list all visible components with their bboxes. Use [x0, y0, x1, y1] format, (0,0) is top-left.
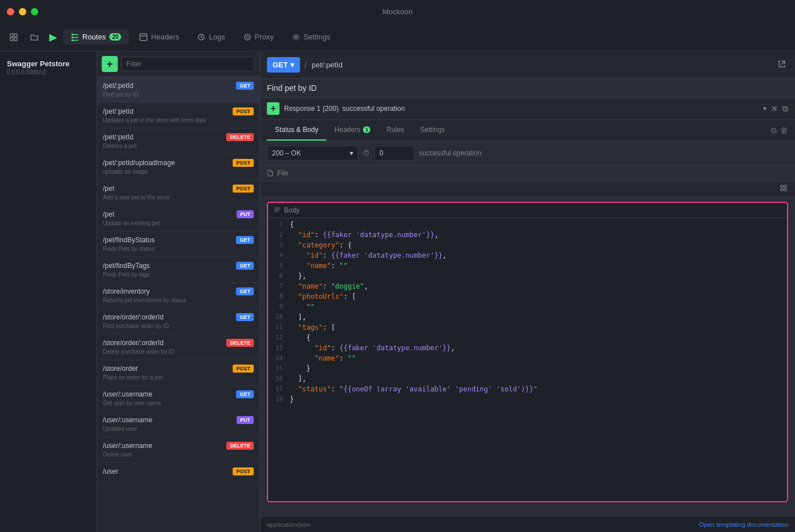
open-url-button[interactable] — [776, 58, 788, 72]
code-line: 10 ], — [268, 313, 787, 323]
code-line: 11 "tags": [ — [268, 323, 787, 334]
line-content: } — [290, 395, 782, 406]
tab-rules[interactable]: Rules — [378, 120, 412, 141]
svg-rect-19 — [784, 189, 786, 191]
svg-rect-5 — [71, 37, 73, 38]
route-item[interactable]: /user/:username GET Get user by user nam… — [97, 386, 259, 411]
route-item[interactable]: /pet POST Add a new pet to the store — [97, 180, 259, 206]
filter-input[interactable] — [121, 57, 255, 71]
response-dropdown-button[interactable]: ▾ — [763, 105, 766, 113]
svg-rect-16 — [781, 185, 783, 187]
route-path: /pet/:petId/uploadImage — [103, 159, 175, 167]
nav-tab-logs[interactable]: Logs — [189, 29, 233, 45]
format-button[interactable] — [779, 183, 788, 194]
route-method-badge: DELETE — [226, 442, 254, 450]
response-bar: + Response 1 (200) successful operation … — [260, 98, 795, 120]
code-line: 3 "category": { — [268, 241, 787, 251]
route-item[interactable]: /store/inventory GET Returns pet invento… — [97, 283, 259, 309]
route-item[interactable]: /pet/:petId DELETE Deletes a pet — [97, 129, 259, 154]
tab-headers-label: Headers — [334, 126, 360, 134]
routes-badge: 20 — [109, 33, 121, 41]
sub-tabs: Status & Body Headers 1 Rules Settings ⧉… — [260, 120, 795, 141]
status-select[interactable]: 200 – OK ▾ — [267, 146, 358, 161]
tab-settings[interactable]: Settings — [412, 120, 453, 141]
route-item[interactable]: /store/order POST Place an order for a p… — [97, 360, 259, 386]
nav-tab-routes-label: Routes — [82, 33, 106, 41]
new-environment-button[interactable] — [5, 28, 23, 46]
delay-input[interactable] — [374, 146, 414, 161]
svg-rect-0 — [10, 34, 13, 37]
route-item[interactable]: /store/order/:orderId GET Find purchase … — [97, 309, 259, 334]
route-path: /user/:username — [103, 416, 153, 424]
routes-panel: + /pet/:petId GET Find pet by ID /pet/:p… — [97, 51, 260, 532]
route-item[interactable]: /pet/findByTags GET Finds Pets by tags — [97, 257, 259, 283]
svg-rect-1 — [14, 34, 17, 37]
bottom-bar: application/json Open templating documen… — [260, 516, 795, 532]
line-number: 18 — [273, 395, 290, 406]
copy-tab-button[interactable]: ⧉ — [771, 126, 777, 135]
nav-tab-settings[interactable]: Settings — [284, 29, 338, 45]
route-item[interactable]: /user POST — [97, 463, 259, 482]
code-line: 8 "photoUrls": [ — [268, 293, 787, 303]
method-select[interactable]: GET ▾ — [267, 57, 300, 73]
minimize-button[interactable] — [19, 8, 26, 15]
route-method-badge: POST — [233, 467, 254, 475]
line-content: "name": "" — [290, 354, 782, 365]
svg-rect-3 — [14, 38, 17, 41]
nav-tab-routes[interactable]: Routes 20 — [63, 29, 129, 45]
add-route-button[interactable]: + — [102, 56, 118, 72]
add-response-button[interactable]: + — [267, 102, 279, 115]
copy-response-button[interactable]: ⧉ — [782, 104, 788, 114]
route-desc: Updated user — [103, 426, 254, 432]
file-label: File — [277, 169, 288, 177]
close-response-button[interactable]: ✕ — [771, 104, 778, 113]
tab-headers[interactable]: Headers 1 — [326, 120, 378, 141]
route-item[interactable]: /pet/:petId/uploadImage POST uploads an … — [97, 154, 259, 180]
code-line: 5 "name": "" — [268, 262, 787, 272]
route-desc: uploads an image — [103, 169, 254, 175]
status-message: successful operation — [419, 149, 788, 157]
route-item[interactable]: /pet/:petId POST Updates a pet in the st… — [97, 103, 259, 129]
code-area[interactable]: 1{2 "id": {{faker 'datatype.number'}},3 … — [268, 218, 787, 501]
route-method-badge: PUT — [237, 210, 254, 218]
route-item[interactable]: /pet PUT Update an existing pet — [97, 206, 259, 231]
run-button[interactable]: ▶ — [46, 31, 61, 43]
svg-point-15 — [294, 35, 297, 38]
route-item[interactable]: /user/:username PUT Updated user — [97, 411, 259, 437]
route-item[interactable]: /store/order/:orderId DELETE Delete purc… — [97, 334, 259, 360]
line-number: 14 — [273, 354, 290, 365]
code-line: 6 }, — [268, 272, 787, 282]
svg-point-14 — [246, 36, 249, 38]
response-label: Response 1 (200) successful operation — [284, 105, 405, 113]
line-number: 15 — [273, 365, 290, 375]
tab-status-body[interactable]: Status & Body — [267, 120, 326, 141]
route-method-badge: POST — [233, 159, 254, 167]
route-item[interactable]: /pet/:petId GET Find pet by ID — [97, 77, 259, 103]
folder-button[interactable] — [25, 28, 43, 46]
body-editor-title: Body — [268, 203, 787, 218]
line-number: 17 — [273, 385, 290, 395]
maximize-button[interactable] — [31, 8, 38, 15]
headers-tab-badge: 1 — [363, 126, 370, 133]
method-chevron: ▾ — [290, 61, 294, 69]
nav-tab-headers[interactable]: Headers — [131, 29, 187, 45]
route-desc: Find pet by ID — [103, 91, 254, 98]
nav-tab-proxy[interactable]: Proxy — [235, 29, 282, 45]
route-desc: Returns pet inventories by status — [103, 297, 254, 303]
body-editor-container: Body 1{2 "id": {{faker 'datatype.number'… — [267, 202, 788, 502]
route-path: /pet/findByTags — [103, 262, 150, 270]
route-item[interactable]: /pet/findByStatus GET Finds Pets by stat… — [97, 231, 259, 257]
close-button[interactable] — [7, 8, 14, 15]
open-template-docs-link[interactable]: Open templating documentation — [699, 521, 788, 528]
route-method-badge: POST — [233, 365, 254, 373]
line-content: ], — [290, 375, 782, 385]
line-content: "id": {{faker 'datatype.number'}}, — [290, 344, 782, 354]
route-item[interactable]: /user/:username DELETE Delete user — [97, 437, 259, 463]
method-label: GET — [273, 61, 288, 69]
svg-rect-2 — [10, 38, 13, 41]
code-line: 2 "id": {{faker 'datatype.number'}}, — [268, 231, 787, 241]
line-number: 16 — [273, 375, 290, 385]
response-actions: ▾ ✕ ⧉ — [763, 104, 788, 114]
delete-tab-button[interactable]: 🗑 — [780, 126, 788, 135]
code-line: 12 { — [268, 334, 787, 344]
